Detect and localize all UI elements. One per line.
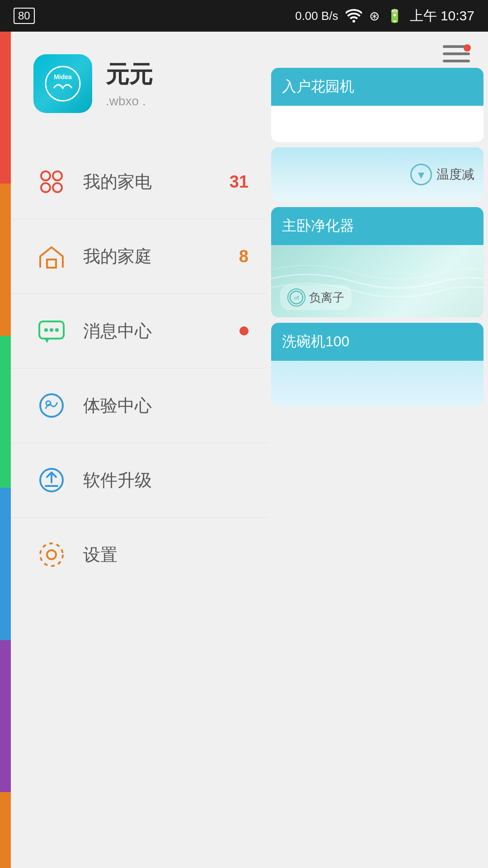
hamburger-notification-dot — [464, 44, 471, 52]
user-id: .wbxo . — [106, 94, 153, 108]
svg-point-2 — [41, 171, 50, 180]
wifi-icon — [346, 9, 362, 23]
strip-green-1 — [0, 336, 11, 412]
h-line-2 — [443, 52, 470, 55]
svg-point-0 — [46, 66, 80, 101]
strip-purple-2 — [0, 716, 11, 792]
card-dishwasher-title: 洗碗机100 — [282, 333, 349, 349]
menu-item-settings[interactable]: 设置 — [11, 518, 267, 592]
card-dishwasher-body — [271, 361, 483, 406]
ac-status: ▾ 温度减 — [410, 164, 474, 185]
card-garden-body — [271, 106, 483, 142]
strip-purple-1 — [0, 640, 11, 716]
appliances-label: 我的家电 — [83, 170, 230, 193]
strip-orange-3 — [0, 792, 11, 868]
signal-strength: 80 — [14, 8, 35, 24]
update-icon — [33, 462, 70, 498]
experience-icon — [33, 387, 70, 424]
card-garden-header: 入户花园机 — [271, 68, 483, 106]
menu-item-experience[interactable]: 体验中心 — [11, 368, 267, 443]
purifier-bg — [271, 245, 483, 317]
user-info: 元元 .wbxo . — [106, 59, 153, 108]
menu-item-update[interactable]: 软件升级 — [11, 443, 267, 518]
appliances-badge: 31 — [230, 172, 249, 192]
h-line-3 — [443, 60, 470, 62]
svg-point-9 — [50, 328, 53, 332]
messages-notification-dot — [239, 326, 249, 335]
strip-orange-2 — [0, 260, 11, 336]
card-ac-body: ▾ 温度减 — [271, 147, 483, 202]
strip-blue-2 — [0, 564, 11, 640]
strip-green-2 — [0, 412, 11, 488]
menu-item-family[interactable]: 我的家庭 8 — [11, 219, 267, 294]
status-right: 0.00 B/s ⊛ 🔋 上午 10:37 — [295, 7, 474, 25]
card-dishwasher-header: 洗碗机100 — [271, 323, 483, 361]
appliances-icon — [33, 164, 70, 200]
network-speed: 0.00 B/s — [295, 9, 338, 23]
svg-point-4 — [41, 183, 50, 192]
status-left: 80 — [14, 8, 35, 24]
experience-label: 体验中心 — [83, 394, 249, 417]
user-name: 元元 — [106, 59, 153, 90]
update-label: 软件升级 — [83, 469, 249, 492]
menu-list: 我的家电 31 我的家庭 8 — [11, 145, 267, 592]
user-profile: Midea 元元 .wbxo . — [11, 32, 267, 136]
menu-item-appliances[interactable]: 我的家电 31 — [11, 145, 267, 219]
svg-point-5 — [53, 183, 62, 192]
messages-icon — [33, 313, 70, 349]
status-time: 上午 10:37 — [410, 7, 474, 25]
family-icon — [33, 238, 70, 274]
svg-rect-6 — [47, 259, 56, 268]
chevron-down-icon: ▾ — [410, 164, 432, 185]
color-strips — [0, 32, 11, 868]
strip-red-2 — [0, 108, 11, 184]
cards-container: 入户花园机 ▾ 温度减 主卧净化器 — [267, 32, 488, 406]
menu-item-messages[interactable]: 消息中心 — [11, 294, 267, 368]
card-garden-title: 入户花园机 — [282, 78, 354, 94]
right-panel: 入户花园机 ▾ 温度减 主卧净化器 — [267, 32, 488, 868]
ac-temp-text: 温度减 — [436, 166, 474, 183]
settings-icon — [33, 537, 70, 573]
status-bar: 80 0.00 B/s ⊛ 🔋 上午 10:37 — [0, 0, 488, 32]
settings-label: 设置 — [83, 543, 249, 566]
svg-point-12 — [46, 401, 51, 406]
midea-logo: Midea — [45, 66, 81, 102]
question-icon: ⊛ — [369, 9, 380, 24]
hamburger-button[interactable] — [438, 41, 474, 67]
battery-icon: 🔋 — [387, 9, 403, 24]
card-purifier-header: 主卧净化器 — [271, 207, 483, 245]
family-label: 我的家庭 — [83, 245, 239, 268]
card-purifier[interactable]: 主卧净化器 — [271, 207, 483, 317]
main-container: Midea 元元 .wbxo . — [0, 32, 488, 868]
svg-point-3 — [53, 171, 62, 180]
strip-red-1 — [0, 32, 11, 108]
card-purifier-body: off 负离子 — [271, 245, 483, 317]
left-panel: Midea 元元 .wbxo . — [0, 32, 267, 868]
card-garden[interactable]: 入户花园机 — [271, 68, 483, 142]
svg-point-10 — [55, 328, 59, 332]
svg-point-8 — [44, 328, 48, 332]
svg-point-15 — [40, 543, 63, 566]
svg-point-14 — [47, 550, 56, 559]
card-dishwasher[interactable]: 洗碗机100 — [271, 323, 483, 406]
strip-orange-1 — [0, 184, 11, 259]
card-purifier-title: 主卧净化器 — [282, 217, 354, 234]
avatar[interactable]: Midea — [33, 54, 92, 113]
card-ac[interactable]: ▾ 温度减 — [271, 147, 483, 202]
family-badge: 8 — [239, 247, 249, 266]
messages-label: 消息中心 — [83, 320, 235, 343]
strip-blue-1 — [0, 488, 11, 564]
svg-text:Midea: Midea — [54, 73, 72, 80]
